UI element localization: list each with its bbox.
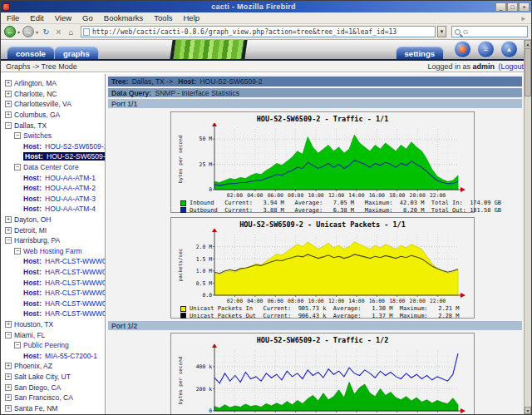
- view-preview-mode-button[interactable]: ▲: [500, 41, 518, 58]
- close-button[interactable]: ×: [519, 2, 530, 12]
- tree-branch-item[interactable]: −Dallas, TX: [1, 120, 105, 131]
- scroll-up-icon[interactable]: ▲: [525, 40, 531, 47]
- tree-branch-item[interactable]: −Miami, FL: [1, 329, 105, 340]
- tree-branch-item[interactable]: +Dayton, OH: [1, 215, 105, 225]
- search-icon: [455, 29, 461, 35]
- tree-item-label: Phoenix, AZ: [14, 362, 52, 370]
- tree-branch-item[interactable]: +Columbus, GA: [1, 110, 105, 121]
- tab-settings[interactable]: settings: [396, 47, 444, 59]
- forward-dropdown-icon[interactable]: ▾: [36, 29, 38, 35]
- tree-branch-item[interactable]: +Salt Lake City, UT: [1, 372, 105, 383]
- search-engine-label: G: [463, 28, 468, 36]
- home-button[interactable]: ⌂: [66, 27, 76, 37]
- collapse-icon[interactable]: −: [5, 237, 12, 244]
- graph-image-traffic-1-2[interactable]: HOU-S2-SW6509-2 - Traffic - 1/2 0200 k40…: [170, 333, 475, 414]
- collapse-icon[interactable]: −: [5, 122, 12, 129]
- graph-image-traffic-1-1[interactable]: HOU-S2-SW6509-2 - Traffic - 1/1 025 M50 …: [170, 111, 475, 213]
- tab-graphs[interactable]: graphs: [54, 47, 99, 59]
- tree-branch-item[interactable]: +San Diego, CA: [1, 382, 105, 393]
- tree-branch-item[interactable]: +Houston, TX: [1, 319, 105, 330]
- tree-branch-item[interactable]: +Charlottesville, VA: [1, 99, 105, 110]
- search-box[interactable]: G: [451, 26, 528, 37]
- view-tree-mode-button[interactable]: [454, 41, 471, 58]
- graph-tree-sidebar: +Arlington, MA+Charlotte, NC+Charlottesv…: [1, 74, 106, 414]
- minimize-button[interactable]: _: [495, 2, 506, 12]
- expand-icon[interactable]: +: [5, 405, 12, 412]
- collapse-icon[interactable]: −: [14, 132, 21, 139]
- legend-text: Inbound Current: 3.94 M Average: 7.05 M …: [190, 200, 501, 206]
- tree-item-label: Host: HAR-CLST-WWW01: [23, 268, 106, 276]
- expand-icon[interactable]: +: [5, 321, 12, 328]
- forward-button[interactable]: →: [22, 26, 34, 37]
- tree-host-item[interactable]: Host: HOU-S2-SW6509-1: [1, 141, 105, 152]
- logout-link[interactable]: (Logout): [498, 62, 526, 71]
- menu-bookmarks[interactable]: Bookmarks: [104, 13, 144, 22]
- tree-branch-item[interactable]: +Phoenix, AZ: [1, 361, 105, 372]
- tree-host-item[interactable]: Host: HAR-CLST-WWW02: [1, 277, 105, 288]
- tree-host-item[interactable]: Host: HAR-CLST-WWW00: [1, 256, 105, 267]
- maximize-button[interactable]: □: [507, 2, 518, 12]
- tree-branch-item[interactable]: +San Francisco, CA: [1, 393, 105, 403]
- page-viewport: console graphs settings ≡ ▲ Graphs -> Tr…: [1, 40, 531, 414]
- legend-text: Unicast Packets In Current: 905.73 k Ave…: [190, 305, 460, 312]
- reload-button[interactable]: ↻: [41, 27, 52, 37]
- svg-text:04:00: 04:00: [247, 192, 263, 199]
- collapse-icon[interactable]: −: [14, 164, 21, 170]
- url-input[interactable]: [92, 28, 433, 36]
- tree-host-item[interactable]: Host: HOU-S2-SW6509-2: [1, 151, 105, 162]
- window-title: cacti - Mozilla Firebird: [12, 2, 495, 11]
- expand-icon[interactable]: +: [5, 373, 12, 380]
- preview-mode-icon: ▲: [506, 46, 513, 53]
- tree-branch-item[interactable]: −Web Hosting Farm: [1, 246, 105, 257]
- menu-go[interactable]: Go: [82, 13, 93, 22]
- tree-branch-item[interactable]: −Public Peering: [1, 340, 105, 351]
- svg-text:22:00: 22:00: [430, 413, 446, 414]
- tree-branch-item[interactable]: +Charlotte, NC: [1, 89, 105, 100]
- expand-icon[interactable]: +: [5, 384, 12, 391]
- scrollbar-thumb[interactable]: [525, 48, 531, 96]
- view-list-mode-button[interactable]: ≡: [477, 41, 495, 58]
- expand-icon[interactable]: +: [5, 91, 12, 97]
- menu-help[interactable]: Help: [184, 13, 200, 22]
- tree-host-item[interactable]: Host: MIA-55-C7200-1: [1, 350, 105, 361]
- menu-file[interactable]: File: [7, 13, 19, 22]
- expand-icon[interactable]: +: [5, 394, 12, 401]
- tree-host-item[interactable]: Host: HOU-AA-ATM-2: [1, 183, 105, 194]
- tree-branch-item[interactable]: +Santa Fe, NM: [1, 403, 105, 413]
- tree-branch-item[interactable]: −Data Center Core: [1, 162, 105, 173]
- menu-edit[interactable]: Edit: [30, 13, 43, 22]
- menu-view[interactable]: View: [55, 13, 71, 22]
- tree-host-item[interactable]: Host: HAR-CLST-WWW04: [1, 298, 105, 309]
- tab-console[interactable]: console: [7, 47, 55, 59]
- tree-host-item[interactable]: Host: HAR-CLST-WWW03: [1, 288, 105, 299]
- menu-tools[interactable]: Tools: [154, 13, 172, 22]
- svg-text:08:00: 08:00: [288, 413, 303, 414]
- tree-branch-item[interactable]: +Arlington, MA: [1, 78, 105, 89]
- collapse-icon[interactable]: −: [14, 342, 21, 348]
- scroll-down-icon[interactable]: ▼: [525, 407, 531, 414]
- legend-swatch: [180, 306, 186, 312]
- expand-icon[interactable]: +: [5, 216, 12, 223]
- tree-host-item[interactable]: Host: HOU-AA-ATM-4: [1, 204, 105, 215]
- url-dropdown-button[interactable]: ▼: [437, 26, 446, 37]
- tree-branch-item[interactable]: −Switches: [1, 131, 105, 141]
- expand-icon[interactable]: +: [5, 363, 12, 369]
- back-button[interactable]: ←: [4, 26, 16, 37]
- collapse-icon[interactable]: −: [5, 332, 12, 338]
- graph-image-unicast-1-1[interactable]: HOU-S2-SW6509-2 - Unicast Packets - 1/1 …: [170, 217, 475, 319]
- tree-branch-item[interactable]: −Harrisburg, PA: [1, 235, 105, 246]
- collapse-icon[interactable]: −: [14, 248, 21, 254]
- tree-host-item[interactable]: Host: HAR-CLST-WWW05: [1, 309, 105, 319]
- expand-icon[interactable]: +: [5, 80, 12, 86]
- expand-icon[interactable]: +: [5, 227, 12, 234]
- back-dropdown-icon[interactable]: ▾: [17, 29, 20, 35]
- expand-icon[interactable]: +: [5, 101, 12, 107]
- tree-branch-item[interactable]: +Detroit, MI: [1, 225, 105, 235]
- tree-host-item[interactable]: Host: HOU-AA-ATM-1: [1, 172, 105, 183]
- stop-button[interactable]: ×: [53, 27, 64, 37]
- expand-icon[interactable]: +: [5, 111, 12, 118]
- tree-item-label: San Francisco, CA: [14, 393, 73, 402]
- tree-host-item[interactable]: Host: HAR-CLST-WWW01: [1, 267, 105, 278]
- tree-host-item[interactable]: Host: HOU-AA-ATM-3: [1, 194, 105, 205]
- vertical-scrollbar[interactable]: ▲ ▼: [524, 40, 531, 414]
